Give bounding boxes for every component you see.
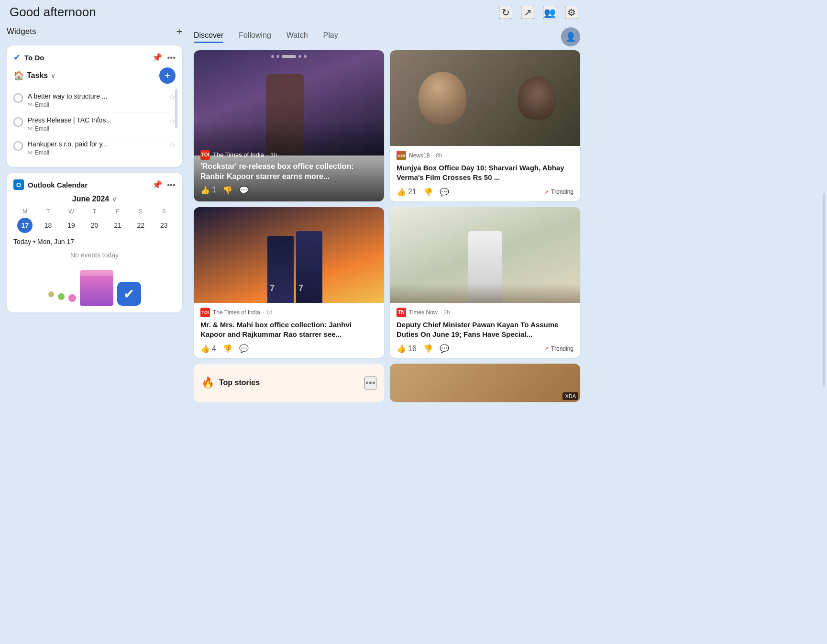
news-headline: Deputy Chief Minister Pawan Kayan To Ass…	[397, 320, 573, 340]
task-checkbox[interactable]	[13, 117, 23, 127]
expand-icon[interactable]: ↗	[521, 6, 534, 19]
task-source: Email	[35, 101, 49, 108]
top-stories-label: Top stories	[219, 378, 260, 387]
like-count: 21	[408, 188, 417, 196]
header-icons: ↻ ↗ 👥 ⚙	[499, 6, 578, 19]
refresh-icon[interactable]: ↻	[499, 6, 512, 19]
news-card-pawan[interactable]: TN Times Now · 2h Deputy Chief Minister …	[390, 207, 580, 358]
news-card-mahi[interactable]: 7 7 TOI The Times of India · 1d Mr. & Mr…	[194, 207, 384, 358]
cal-day-header-m: M	[13, 208, 36, 215]
content-area: Discover Following Watch Play 👤	[189, 22, 588, 402]
like-button[interactable]: 👍 4	[200, 344, 216, 353]
star-icon[interactable]: ☆	[169, 140, 176, 149]
todo-scrollbar[interactable]	[175, 89, 177, 128]
calendar-day-20[interactable]: 20	[87, 218, 102, 233]
add-task-button[interactable]: +	[159, 67, 176, 84]
calendar-month-chevron-icon[interactable]: ∨	[112, 195, 117, 203]
trending-badge: ↗ Trending	[544, 345, 573, 352]
trending-icon: ↗	[544, 189, 549, 196]
calendar-day-19[interactable]: 19	[64, 218, 79, 233]
jersey-number1: 7	[270, 283, 275, 293]
trending-icon: ↗	[544, 345, 549, 352]
tab-watch[interactable]: Watch	[287, 31, 308, 43]
news-card-extra[interactable]: XDA	[390, 364, 580, 402]
task-title: Press Release | TAC Infos...	[28, 116, 164, 124]
calendar-day-18[interactable]: 18	[41, 218, 56, 233]
people-icon[interactable]: 👥	[543, 6, 556, 19]
calendar-day-21[interactable]: 21	[110, 218, 125, 233]
news-card-overlay: TOI The Times of India · 1h 'Rockstar' r…	[194, 122, 384, 201]
comment-button[interactable]: 💬	[239, 344, 249, 353]
home-icon: 🏠	[13, 70, 24, 81]
comment-button[interactable]: 💬	[440, 188, 449, 197]
task-checkbox[interactable]	[13, 141, 23, 151]
todo-items-container: A better way to structure ... ✉ Email ☆ …	[13, 89, 176, 160]
mahi-image: 7 7	[194, 207, 384, 303]
tasks-chevron-icon: ∨	[51, 72, 55, 79]
cal-day-header-w: W	[60, 208, 83, 215]
xda-badge: XDA	[562, 392, 578, 400]
top-stories-more-button[interactable]: •••	[364, 377, 376, 389]
dislike-button[interactable]: 👎	[423, 188, 433, 197]
top-stories-left: 🔥 Top stories	[201, 377, 260, 389]
source-name: Times Now	[409, 309, 438, 316]
source-name: News18	[409, 152, 430, 159]
trending-badge: ↗ Trending	[544, 189, 573, 196]
dislike-button[interactable]: 👎	[423, 344, 433, 353]
task-content: Hankuper s.r.o. paid for y... ✉ Email	[28, 140, 164, 156]
calendar-day-17[interactable]: 17	[17, 218, 33, 233]
todo-widget-title: To Do	[24, 54, 44, 62]
toi-icon: TOI	[200, 150, 210, 160]
todo-check-icon: ✔	[13, 52, 21, 63]
calendar-today-label: Today • Mon, Jun 17	[13, 238, 176, 245]
cal-day-header-t2: T	[83, 208, 106, 215]
pin-icon[interactable]: 📌	[152, 181, 162, 189]
pin-icon[interactable]: 📌	[152, 54, 162, 62]
fire-icon: 🔥	[201, 377, 214, 389]
source-time: · 1h	[267, 151, 277, 158]
top-stories-card[interactable]: 🔥 Top stories •••	[194, 364, 384, 402]
jersey-number2: 7	[298, 283, 303, 293]
extra-image	[390, 364, 580, 402]
calendar-days: 17 18 19 20 21 22 23	[13, 218, 176, 233]
cal-illus-dot2	[58, 293, 65, 300]
tab-play[interactable]: Play	[323, 31, 338, 43]
bottom-row: 🔥 Top stories ••• XDA	[194, 364, 580, 402]
tab-discover[interactable]: Discover	[194, 31, 223, 43]
star-icon[interactable]: ☆	[169, 116, 176, 125]
crowd-gradient	[390, 284, 580, 303]
like-button[interactable]: 👍 21	[397, 188, 417, 197]
calendar-no-events: No events today	[13, 247, 176, 263]
source-name: The Times of India	[213, 309, 260, 316]
calendar-illustration: ✔	[13, 263, 176, 306]
user-avatar[interactable]: 👤	[561, 27, 580, 46]
calendar-day-22[interactable]: 22	[133, 218, 148, 233]
dislike-button[interactable]: 👎	[223, 186, 232, 195]
more-icon[interactable]: •••	[167, 54, 176, 62]
like-button[interactable]: 👍 16	[397, 344, 417, 353]
source-time: · 1d	[263, 309, 273, 316]
add-widget-button[interactable]: +	[176, 26, 182, 37]
todo-widget-header: ✔ To Do 📌 •••	[13, 52, 176, 63]
tab-following[interactable]: Following	[239, 31, 271, 43]
task-checkbox[interactable]	[13, 93, 23, 103]
calendar-day-23[interactable]: 23	[156, 218, 172, 233]
calendar-grid: M T W T F S S 17 18 19 20 21 22 23	[13, 208, 176, 233]
news-source-row: TN Times Now · 2h	[397, 308, 573, 317]
news-card-actions: 👍 4 👎 💬	[200, 344, 377, 353]
sidebar: Widgets + ✔ To Do 📌 ••• 🏠 Tasks ∨	[0, 22, 189, 402]
settings-icon[interactable]: ⚙	[565, 6, 578, 19]
news-card-munjya[interactable]: N18 News18 · 8h Munjya Box Office Day 10…	[390, 50, 580, 201]
dislike-button[interactable]: 👎	[223, 344, 232, 353]
comment-button[interactable]: 💬	[440, 344, 449, 353]
star-icon[interactable]: ☆	[169, 92, 176, 101]
more-icon[interactable]: •••	[167, 181, 176, 189]
news-card-rockstar[interactable]: TOI The Times of India · 1h 'Rockstar' r…	[194, 50, 384, 201]
calendar-widget-icons: 📌 •••	[152, 181, 176, 189]
like-button[interactable]: 👍 1	[200, 186, 216, 195]
news-source-row: TOI The Times of India · 1d	[200, 308, 377, 317]
comment-button[interactable]: 💬	[239, 186, 249, 195]
munjya-image	[390, 50, 580, 146]
like-count: 4	[212, 344, 216, 353]
news-card-body: TOI The Times of India · 1d Mr. & Mrs. M…	[194, 303, 384, 358]
